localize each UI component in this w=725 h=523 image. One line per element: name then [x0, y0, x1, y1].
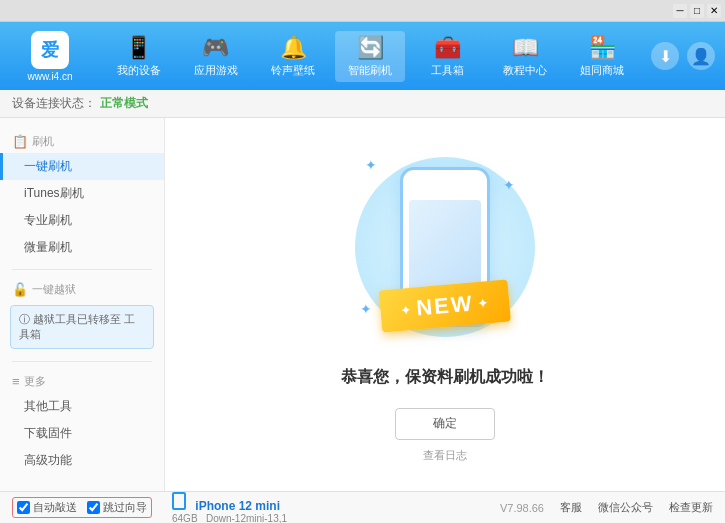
- apps-games-label: 应用游戏: [194, 63, 238, 78]
- pro-flash-label: 专业刷机: [24, 213, 72, 227]
- notice-text: 越狱工具已转移至 工具箱: [19, 313, 135, 340]
- bottom-left: 自动敲送 跳过向导 iPhone 12 mini 64GB Down-12min…: [12, 492, 287, 524]
- device-info: iPhone 12 mini 64GB Down-12mini-13,1: [172, 492, 287, 524]
- jailbreak-section: 🔓 一键越狱 ⓘ 越狱工具已转移至 工具箱: [0, 274, 164, 357]
- logo-url: www.i4.cn: [27, 71, 72, 82]
- more-icon: ≡: [12, 374, 20, 389]
- ringtone-label: 铃声壁纸: [271, 63, 315, 78]
- appstore-label: 姐同商城: [580, 63, 624, 78]
- nav-my-device[interactable]: 📱 我的设备: [104, 31, 174, 82]
- sidebar-item-advanced[interactable]: 高级功能: [0, 447, 164, 474]
- one-key-flash-label: 一键刷机: [24, 159, 72, 173]
- version-text: V7.98.66: [500, 502, 544, 514]
- device-storage: 64GB: [172, 513, 198, 524]
- more-section-header: ≡ 更多: [0, 370, 164, 393]
- my-device-icon: 📱: [125, 35, 152, 61]
- phone-small-icon: [172, 492, 186, 510]
- download-button[interactable]: ⬇: [651, 42, 679, 70]
- goto-daily-link[interactable]: 查看日志: [423, 448, 467, 463]
- auto-start-checkbox[interactable]: 自动敲送: [17, 500, 77, 515]
- sidebar-item-download-firmware[interactable]: 下载固件: [0, 420, 164, 447]
- advanced-label: 高级功能: [24, 453, 72, 467]
- sparkle-2: ✦: [503, 177, 515, 193]
- phone-illustration: NEW ✦ ✦ ✦: [355, 147, 535, 347]
- skip-wizard-input[interactable]: [87, 501, 100, 514]
- logo-icon: 爱: [31, 31, 69, 69]
- appstore-icon: 🏪: [589, 35, 616, 61]
- navigation: 📱 我的设备 🎮 应用游戏 🔔 铃声壁纸 🔄 智能刷机 🧰 工具箱 📖 教程中心…: [100, 31, 641, 82]
- header: 爱 www.i4.cn 📱 我的设备 🎮 应用游戏 🔔 铃声壁纸 🔄 智能刷机 …: [0, 22, 725, 90]
- jailbreak-header: 🔓 一键越狱: [0, 278, 164, 301]
- sparkle-1: ✦: [365, 157, 377, 173]
- nav-ringtone[interactable]: 🔔 铃声壁纸: [258, 31, 328, 82]
- success-title: 恭喜您，保资料刷机成功啦！: [341, 367, 549, 388]
- user-button[interactable]: 👤: [687, 42, 715, 70]
- bottom-right: V7.98.66 客服 微信公众号 检查更新: [500, 500, 713, 515]
- jailbreak-label: 一键越狱: [32, 282, 76, 297]
- sidebar-item-itunes-flash[interactable]: iTunes刷机: [0, 180, 164, 207]
- minimize-button[interactable]: ─: [673, 4, 687, 18]
- skip-wizard-checkbox[interactable]: 跳过向导: [87, 500, 147, 515]
- sidebar: 📋 刷机 一键刷机 iTunes刷机 专业刷机 微量刷机 🔓 一键越狱: [0, 118, 165, 491]
- nav-tutorial[interactable]: 📖 教程中心: [490, 31, 560, 82]
- nav-smart-flash[interactable]: 🔄 智能刷机: [335, 31, 405, 82]
- close-button[interactable]: ✕: [707, 4, 721, 18]
- toolbox-icon: 🧰: [434, 35, 461, 61]
- more-section-label: 更多: [24, 374, 46, 389]
- sidebar-item-pro-flash[interactable]: 专业刷机: [0, 207, 164, 234]
- auto-start-input[interactable]: [17, 501, 30, 514]
- auto-start-label: 自动敲送: [33, 500, 77, 515]
- nav-appstore[interactable]: 🏪 姐同商城: [567, 31, 637, 82]
- skip-wizard-label: 跳过向导: [103, 500, 147, 515]
- my-device-label: 我的设备: [117, 63, 161, 78]
- apps-games-icon: 🎮: [202, 35, 229, 61]
- main-area: 📋 刷机 一键刷机 iTunes刷机 专业刷机 微量刷机 🔓 一键越狱: [0, 118, 725, 491]
- header-right: ⬇ 👤: [651, 42, 715, 70]
- maximize-button[interactable]: □: [690, 4, 704, 18]
- sidebar-item-other-tools[interactable]: 其他工具: [0, 393, 164, 420]
- tutorial-icon: 📖: [512, 35, 539, 61]
- tutorial-label: 教程中心: [503, 63, 547, 78]
- smart-flash-label: 智能刷机: [348, 63, 392, 78]
- micro-flash-label: 微量刷机: [24, 240, 72, 254]
- smart-flash-icon: 🔄: [357, 35, 384, 61]
- download-firmware-label: 下载固件: [24, 426, 72, 440]
- status-label: 设备连接状态：: [12, 95, 96, 112]
- notice-icon: ⓘ: [19, 313, 30, 325]
- nav-toolbox[interactable]: 🧰 工具箱: [413, 31, 483, 82]
- bottom-bar: 自动敲送 跳过向导 iPhone 12 mini 64GB Down-12min…: [0, 491, 725, 523]
- itunes-flash-label: iTunes刷机: [24, 186, 84, 200]
- title-bar: ─ □ ✕: [0, 0, 725, 22]
- sidebar-item-one-key-flash[interactable]: 一键刷机: [0, 153, 164, 180]
- flash-section-header: 📋 刷机: [0, 130, 164, 153]
- check-update-link[interactable]: 检查更新: [669, 500, 713, 515]
- device-detail: 64GB Down-12mini-13,1: [172, 513, 287, 524]
- wechat-link[interactable]: 微信公众号: [598, 500, 653, 515]
- more-section: ≡ 更多 其他工具 下载固件 高级功能: [0, 366, 164, 478]
- sidebar-divider-1: [12, 269, 152, 270]
- ringtone-icon: 🔔: [280, 35, 307, 61]
- device-firmware: Down-12mini-13,1: [206, 513, 287, 524]
- other-tools-label: 其他工具: [24, 399, 72, 413]
- status-value: 正常模式: [100, 95, 148, 112]
- sidebar-item-micro-flash[interactable]: 微量刷机: [0, 234, 164, 261]
- device-name: iPhone 12 mini: [195, 499, 280, 513]
- checkbox-group: 自动敲送 跳过向导: [12, 497, 152, 518]
- toolbox-label: 工具箱: [431, 63, 464, 78]
- flash-section-label: 刷机: [32, 134, 54, 149]
- flash-section-icon: 📋: [12, 134, 28, 149]
- sidebar-divider-2: [12, 361, 152, 362]
- jailbreak-icon: 🔓: [12, 282, 28, 297]
- support-link[interactable]: 客服: [560, 500, 582, 515]
- flash-section: 📋 刷机 一键刷机 iTunes刷机 专业刷机 微量刷机: [0, 126, 164, 265]
- logo-char: 爱: [41, 38, 59, 62]
- confirm-button[interactable]: 确定: [395, 408, 495, 440]
- logo: 爱 www.i4.cn: [10, 31, 90, 82]
- status-bar: 设备连接状态： 正常模式: [0, 90, 725, 118]
- nav-apps-games[interactable]: 🎮 应用游戏: [181, 31, 251, 82]
- content-area: NEW ✦ ✦ ✦ 恭喜您，保资料刷机成功啦！ 确定 查看日志: [165, 118, 725, 491]
- sparkle-3: ✦: [360, 301, 372, 317]
- jailbreak-notice: ⓘ 越狱工具已转移至 工具箱: [10, 305, 154, 349]
